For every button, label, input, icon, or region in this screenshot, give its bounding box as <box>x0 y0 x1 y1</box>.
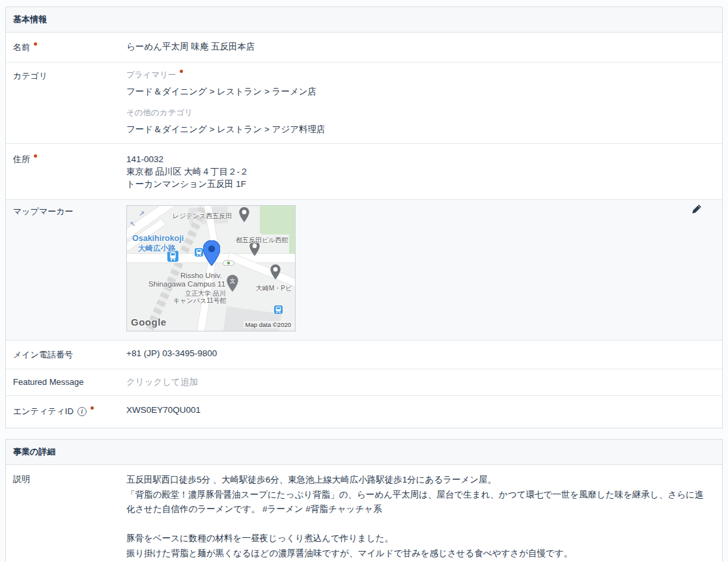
map-marker-field: ↗ ↖ 文 <box>126 205 712 331</box>
description-line <box>126 517 712 532</box>
phone-label: メイン電話番号 <box>13 348 126 361</box>
map-copyright: Map data ©2020 <box>244 321 293 328</box>
phone-field[interactable]: +81 (JP) 03-3495-9800 <box>126 348 712 361</box>
basic-info-card: 基本情報 名前 らーめん平太周 味庵 五反田本店 カテゴリ プライマリー フード… <box>5 7 723 429</box>
edit-map-marker-button[interactable] <box>691 204 703 216</box>
field-row-map-marker: マップマーカー ↗ ↖ <box>6 200 722 341</box>
business-details-title: 事業の詳細 <box>13 447 55 457</box>
featured-message-add[interactable]: クリックして追加 <box>126 376 712 388</box>
poi-pin-icon <box>270 264 281 279</box>
info-icon[interactable]: i <box>77 407 87 416</box>
map-thumbnail[interactable]: ↗ ↖ 文 <box>126 205 296 331</box>
address-label-text: 住所 <box>13 154 30 164</box>
required-dot <box>180 70 183 73</box>
name-label: 名前 <box>13 41 126 53</box>
field-row-phone: メイン電話番号 +81 (JP) 03-3495-9800 <box>6 341 722 369</box>
poi-pin-icon <box>239 207 249 222</box>
entity-id-value: XWS0EY70QU001 <box>126 405 712 417</box>
address-line: 東京都 品川区 大崎４丁目２-２ <box>126 165 712 178</box>
featured-message-label: Featured Message <box>13 376 126 388</box>
entity-id-label-text: エンティティID <box>13 406 74 416</box>
basic-info-title: 基本情報 <box>13 14 47 24</box>
map-label-building-west: 都五反田ビル西館 <box>236 236 288 245</box>
primary-category-label: プライマリー <box>126 70 712 81</box>
school-pin-icon: 文 <box>227 275 238 292</box>
address-postal-code: 141-0032 <box>126 153 712 165</box>
field-row-description: 説明 五反田駅西口徒歩5分 、大崎駅徒歩6分、東急池上線大崎広小路駅徒歩1分にあ… <box>6 465 722 562</box>
map-marker-label: マップマーカー <box>13 205 126 331</box>
name-field[interactable]: らーめん平太周 味庵 五反田本店 <box>126 41 712 53</box>
bus-stop-icon <box>274 305 283 314</box>
svg-text:文: 文 <box>230 277 236 284</box>
primary-category-label-text: プライマリー <box>126 70 176 79</box>
map-label-station-en: Osakihirokoji <box>132 234 184 243</box>
pencil-icon <box>692 204 702 214</box>
required-dot <box>91 406 94 410</box>
business-details-header: 事業の詳細 <box>6 440 722 465</box>
required-dot <box>34 154 37 158</box>
map-label-rissho-ja2: キャンパス11号館 <box>173 296 227 305</box>
field-row-entity-id: エンティティIDi XWS0EY70QU001 <box>6 396 722 428</box>
map-label-osaki-mp: 大崎M・Pビ <box>256 284 292 293</box>
map-direction-arrow-icon: ↖ <box>130 220 135 229</box>
business-details-card: 事業の詳細 説明 五反田駅西口徒歩5分 、大崎駅徒歩6分、東急池上線大崎広小路駅… <box>5 439 723 562</box>
entity-edit-page: 基本情報 名前 らーめん平太周 味庵 五反田本店 カテゴリ プライマリー フード… <box>0 7 728 562</box>
entity-id-label: エンティティIDi <box>13 405 126 417</box>
google-logo: Google <box>131 316 167 328</box>
other-categories-label: その他のカテゴリ <box>126 107 712 119</box>
other-category-value[interactable]: フード＆ダイニング > レストラン > アジア料理店 <box>126 124 712 135</box>
map-park-area <box>260 205 296 234</box>
description-line: 豚骨をベースに数種の材料を一昼夜じっくり煮込んで作りました。 <box>126 531 712 546</box>
description-line: 「背脂の殿堂！濃厚豚骨醤油スープにたっぷり背脂」の、らーめん平太周は、屋台で生ま… <box>126 488 712 517</box>
field-row-address: 住所 141-0032 東京都 品川区 大崎４丁目２-２ トーカンマンション五反… <box>6 144 722 200</box>
map-label-station-ja: 大崎広小路 <box>138 244 176 253</box>
description-label: 説明 <box>13 473 126 562</box>
description-line: 五反田駅西口徒歩5分 、大崎駅徒歩6分、東急池上線大崎広小路駅徒歩1分にあるラー… <box>126 473 712 488</box>
field-row-featured-message: Featured Message クリックして追加 <box>6 369 722 396</box>
field-row-name: 名前 らーめん平太周 味庵 五反田本店 <box>6 33 722 63</box>
map-label-rissho-en2: Shinagawa Campus 11 <box>148 280 225 288</box>
address-field[interactable]: 141-0032 東京都 品川区 大崎４丁目２-２ トーカンマンション五反田 1… <box>126 153 712 190</box>
field-row-category: カテゴリ プライマリー フード＆ダイニング > レストラン > ラーメン店 その… <box>6 63 722 144</box>
category-field: プライマリー フード＆ダイニング > レストラン > ラーメン店 その他のカテゴ… <box>126 70 712 135</box>
description-field[interactable]: 五反田駅西口徒歩5分 、大崎駅徒歩6分、東急池上線大崎広小路駅徒歩1分にあるラー… <box>126 473 712 562</box>
description-line: 振り掛けた背脂と麺が黒くなるほどの濃厚醤油味ですが、マイルドで甘みを感じさせる食… <box>126 546 712 561</box>
address-label: 住所 <box>13 153 126 190</box>
bus-stop-icon <box>195 248 203 257</box>
name-label-text: 名前 <box>13 42 30 52</box>
basic-info-header: 基本情報 <box>6 7 722 33</box>
map-label-rissho-en1: Rissho Univ. <box>180 272 222 279</box>
map-direction-arrow-icon: ↗ <box>139 210 145 218</box>
map-marker-pin-icon <box>203 240 220 266</box>
primary-category-value[interactable]: フード＆ダイニング > レストラン > ラーメン店 <box>126 86 712 98</box>
category-label: カテゴリ <box>13 70 126 135</box>
traffic-light-icon <box>223 260 234 266</box>
map-label-residence: レジデンス西五反田 <box>173 212 232 221</box>
address-building: トーカンマンション五反田 1F <box>126 178 712 190</box>
required-dot <box>34 42 37 46</box>
